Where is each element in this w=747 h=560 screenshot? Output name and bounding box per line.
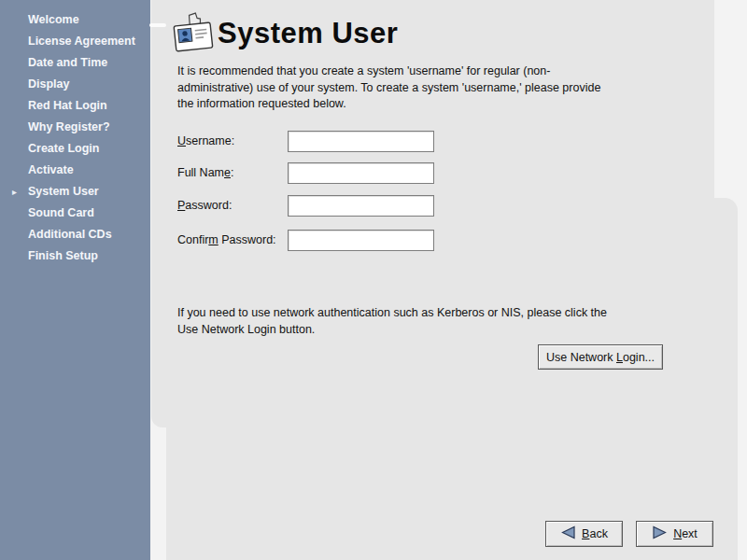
network-auth-paragraph: If you need to use network authenticatio…: [177, 305, 607, 338]
intro-paragraph: It is recommended that you create a syst…: [177, 63, 600, 113]
confirm-password-label: Confirm Password:: [177, 233, 276, 246]
back-arrow-icon: [560, 525, 576, 542]
use-network-login-button[interactable]: Use Network Login...: [538, 344, 663, 370]
sidebar-item-red-hat-login: Red Hat Login: [0, 95, 150, 117]
sidebar-item-finish-setup: Finish Setup: [0, 245, 150, 267]
sidebar-item-display: Display: [0, 74, 150, 95]
username-input[interactable]: [288, 131, 434, 152]
confirm-password-input[interactable]: [288, 230, 434, 251]
sidebar-item-date-and-time: Date and Time: [0, 52, 150, 74]
setup-steps-sidebar: Welcome License Agreement Date and Time …: [0, 0, 150, 560]
next-button[interactable]: Next: [636, 521, 713, 547]
sidebar-connector-line: [149, 23, 166, 27]
fullname-label: Full Name:: [177, 166, 233, 179]
sidebar-item-create-login: Create Login: [0, 138, 150, 160]
sidebar-item-system-user: ▸ System User: [0, 181, 150, 203]
fullname-input[interactable]: [288, 162, 434, 184]
id-badge-icon: [172, 11, 215, 60]
page-title: System User: [218, 17, 398, 50]
content-panel-bottom: [166, 198, 738, 560]
sidebar-item-additional-cds: Additional CDs: [0, 224, 150, 245]
username-label: Username:: [177, 134, 234, 147]
next-arrow-icon: [652, 525, 668, 542]
password-input[interactable]: [288, 195, 434, 217]
setup-steps-list: Welcome License Agreement Date and Time …: [0, 9, 150, 267]
back-button[interactable]: Back: [545, 521, 623, 547]
sidebar-item-sound-card: Sound Card: [0, 203, 150, 224]
sidebar-item-license-agreement: License Agreement: [0, 31, 150, 52]
active-step-arrow-icon: ▸: [12, 181, 17, 203]
sidebar-item-welcome: Welcome: [0, 9, 150, 31]
sidebar-item-activate: Activate: [0, 160, 150, 181]
password-label: Password:: [177, 199, 232, 212]
sidebar-item-why-register: Why Register?: [0, 117, 150, 138]
